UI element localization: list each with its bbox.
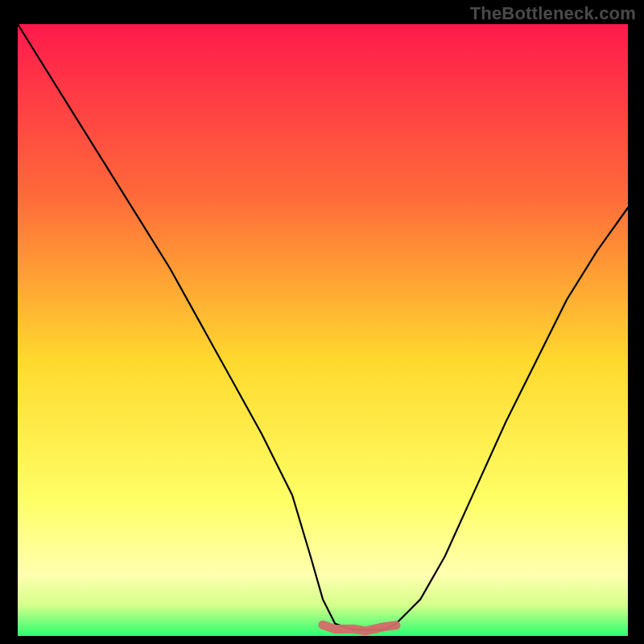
- bottleneck-curve: [18, 24, 628, 630]
- watermark-text: TheBottleneck.com: [470, 3, 636, 24]
- optimal-band-curve: [323, 625, 396, 631]
- curve-layer: [18, 24, 628, 636]
- plot-area: [18, 24, 628, 636]
- chart-frame: TheBottleneck.com: [0, 0, 644, 644]
